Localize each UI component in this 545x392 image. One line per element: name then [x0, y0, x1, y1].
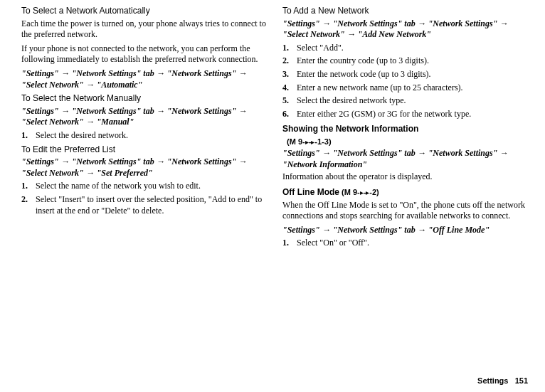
menu-code-part: (M 9- — [342, 188, 360, 196]
step-text: Select the name of the network you wish … — [36, 181, 267, 192]
nav-path: "Settings" → "Network Settings" tab → "N… — [21, 157, 267, 179]
page-footer: Settings 151 — [21, 376, 528, 386]
step-text: Enter the network code (up to 3 digits). — [297, 69, 528, 80]
nav-path: "Settings" → "Network Settings" tab → "N… — [282, 18, 528, 41]
step-item: 2. Select "Insert" to insert over the se… — [21, 194, 267, 216]
step-text: Enter the country code (up to 3 digits). — [297, 55, 528, 67]
step-number: 5. — [282, 95, 297, 107]
step-number: 4. — [282, 83, 297, 94]
step-number: 1. — [282, 43, 297, 54]
step-item: 1. Select "On" or "Off". — [282, 238, 528, 249]
step-item: 1. Select the desired network. — [21, 130, 267, 142]
paragraph: Information about the operator is displa… — [282, 171, 528, 183]
step-number: 3. — [282, 69, 297, 80]
heading-network-info-wrap: Showing the Network Information — [282, 124, 528, 135]
step-number: 2. — [282, 55, 297, 67]
step-text: Select the desired network. — [36, 130, 267, 142]
step-item: 5. Select the desired network type. — [282, 95, 528, 107]
step-text: Enter either 2G (GSM) or 3G for the netw… — [297, 109, 528, 120]
step-item: 3. Enter the network code (up to 3 digit… — [282, 69, 528, 80]
step-number: 6. — [282, 109, 297, 120]
heading-auto-network: To Select a Network Automatically — [21, 6, 267, 17]
nav-path: "Settings" → "Network Settings" tab → "N… — [21, 68, 267, 90]
step-item: 6. Enter either 2G (GSM) or 3G for the n… — [282, 109, 528, 120]
step-text: Select "Add". — [297, 43, 528, 54]
paragraph: Each time the power is turned on, your p… — [21, 18, 267, 41]
heading-add-network: To Add a New Network — [282, 6, 528, 17]
paragraph: If your phone is not connected to the ne… — [21, 43, 267, 65]
paragraph: When the Off Line Mode is set to "On", t… — [282, 200, 528, 222]
step-number: 2. — [21, 194, 36, 216]
heading-offline-mode-wrap: Off Line Mode (M 9-▸-▸-2) — [282, 187, 528, 198]
step-item: 4. Enter a new network name (up to 25 ch… — [282, 83, 528, 94]
step-item: 2. Enter the country code (up to 3 digit… — [282, 55, 528, 67]
nav-path: "Settings" → "Network Settings" tab → "N… — [282, 148, 528, 170]
menu-code-part: (M 9- — [287, 137, 305, 146]
step-text: Select "Insert" to insert over the selec… — [36, 194, 267, 216]
menu-code: (M 9-▸-▸-2) — [342, 188, 379, 196]
heading-edit-preferred: To Edit the Preferred List — [21, 144, 267, 156]
step-text: Select "On" or "Off". — [297, 238, 528, 249]
heading-offline-mode: Off Line Mode — [282, 187, 339, 197]
menu-code-part: -2) — [369, 188, 379, 196]
nav-path: "Settings" → "Network Settings" tab → "O… — [282, 225, 528, 236]
step-number: 1. — [21, 130, 36, 142]
left-column: To Select a Network Automatically Each t… — [21, 6, 267, 369]
menu-code: (M 9-▸-▸-1-3) — [287, 137, 528, 147]
step-number: 1. — [21, 181, 36, 192]
two-column-layout: To Select a Network Automatically Each t… — [21, 6, 528, 369]
step-number: 1. — [282, 238, 297, 249]
right-column: To Add a New Network "Settings" → "Netwo… — [282, 6, 528, 369]
footer-page-number: 151 — [515, 376, 528, 385]
step-item: 1. Select "Add". — [282, 43, 528, 54]
footer-section: Settings — [477, 376, 508, 385]
heading-manual-network: To Select the Network Manually — [21, 93, 267, 105]
step-item: 1. Select the name of the network you wi… — [21, 181, 267, 192]
step-text: Select the desired network type. — [297, 95, 528, 107]
step-text: Enter a new network name (up to 25 chara… — [297, 83, 528, 94]
heading-network-info: Showing the Network Information — [282, 124, 418, 134]
menu-code-part: -1-3) — [314, 137, 331, 146]
nav-path: "Settings" → "Network Settings" tab → "N… — [21, 106, 267, 128]
